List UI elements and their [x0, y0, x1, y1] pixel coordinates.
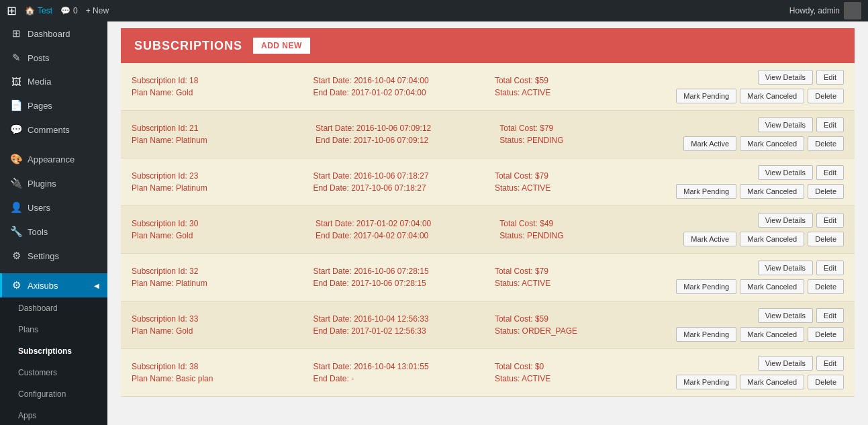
submenu-item-customers[interactable]: Customers — [0, 362, 107, 383]
home-icon: 🏠 — [25, 6, 35, 15]
mark-status-button[interactable]: Mark Active — [683, 136, 736, 151]
comment-icon: 💬 — [60, 6, 70, 15]
sub-id: Subscription Id: 18 — [132, 76, 306, 85]
comments-link[interactable]: 💬 0 — [60, 6, 78, 15]
edit-button[interactable]: Edit — [816, 356, 844, 371]
delete-button[interactable]: Delete — [808, 327, 844, 342]
mark-canceled-button[interactable]: Mark Canceled — [740, 327, 804, 342]
delete-button[interactable]: Delete — [808, 89, 844, 103]
edit-button[interactable]: Edit — [816, 213, 844, 228]
submenu-label: Dashboard — [18, 303, 58, 313]
mark-canceled-button[interactable]: Mark Canceled — [740, 136, 804, 151]
sub-status: Status: ACTIVE — [495, 183, 669, 193]
submenu-label: Plans — [18, 325, 38, 334]
view-details-button[interactable]: View Details — [758, 261, 813, 275]
sub-end-date: End Date: 2017-01-02 12:56:33 — [313, 326, 487, 336]
delete-button[interactable]: Delete — [808, 184, 844, 199]
sidebar-item-posts[interactable]: ✎ Posts — [0, 46, 107, 70]
view-details-button[interactable]: View Details — [758, 213, 813, 228]
sub-info: Subscription Id: 30 Start Date: 2017-01-… — [132, 219, 677, 240]
submenu-item-apps[interactable]: Apps — [0, 405, 107, 425]
sub-status: Status: ACTIVE — [495, 374, 669, 383]
edit-button[interactable]: Edit — [816, 165, 844, 180]
sidebar-item-dashboard[interactable]: ⊞ Dashboard — [0, 21, 107, 46]
sub-actions: View Details Edit Mark Active Mark Cance… — [683, 117, 844, 151]
view-details-button[interactable]: View Details — [758, 165, 813, 180]
submenu-item-dashboard[interactable]: Dashboard — [0, 297, 107, 319]
mark-status-button[interactable]: Mark Pending — [676, 184, 736, 199]
mark-status-button[interactable]: Mark Pending — [676, 375, 736, 389]
sub-plan: Plan Name: Gold — [132, 231, 309, 240]
dashboard-icon: ⊞ — [10, 28, 22, 40]
sub-actions: View Details Edit Mark Active Mark Cance… — [683, 213, 844, 246]
sub-end-date: End Date: 2017-01-02 07:04:00 — [313, 88, 487, 97]
edit-button[interactable]: Edit — [816, 308, 844, 323]
delete-button[interactable]: Delete — [808, 232, 844, 246]
site-link[interactable]: 🏠 Test — [25, 6, 52, 15]
mark-canceled-button[interactable]: Mark Canceled — [740, 279, 804, 294]
sub-total-cost: Total Cost: $79 — [495, 171, 669, 181]
sub-actions-row-1: View Details Edit — [758, 165, 844, 180]
sidebar-item-media[interactable]: 🖼 Media — [0, 70, 107, 93]
sub-status: Status: PENDING — [499, 136, 677, 145]
sub-actions: View Details Edit Mark Pending Mark Canc… — [676, 356, 844, 389]
edit-button[interactable]: Edit — [816, 261, 844, 275]
delete-button[interactable]: Delete — [808, 136, 844, 151]
sub-actions-row-1: View Details Edit — [758, 261, 844, 275]
sub-start-date: Start Date: 2016-10-04 12:56:33 — [313, 314, 487, 324]
view-details-button[interactable]: View Details — [758, 356, 813, 371]
sidebar-label: Pages — [28, 101, 52, 111]
sidebar-label: Tools — [28, 227, 48, 237]
mark-status-button[interactable]: Mark Pending — [676, 89, 736, 103]
view-details-button[interactable]: View Details — [758, 308, 813, 323]
submenu-item-configuration[interactable]: Configuration — [0, 383, 107, 405]
sidebar-label: Axisubs — [28, 281, 58, 291]
sub-end-date: End Date: 2017-04-02 07:04:00 — [316, 231, 493, 240]
sidebar-item-users[interactable]: 👤 Users — [0, 195, 107, 220]
sub-end-date: End Date: - — [313, 374, 487, 383]
sidebar-item-tools[interactable]: 🔧 Tools — [0, 220, 107, 244]
edit-button[interactable]: Edit — [816, 70, 844, 85]
wp-logo[interactable]: ⊞ — [7, 3, 17, 18]
mark-canceled-button[interactable]: Mark Canceled — [740, 375, 804, 389]
new-link[interactable]: + New — [86, 6, 109, 15]
page-header: SUBSCRIPTIONS ADD NEW — [121, 28, 855, 63]
view-details-button[interactable]: View Details — [758, 117, 813, 132]
sub-status: Status: ORDER_PAGE — [495, 326, 669, 336]
sub-actions-row-2: Mark Pending Mark Canceled Delete — [676, 279, 844, 294]
sub-id: Subscription Id: 21 — [132, 124, 309, 133]
tools-icon: 🔧 — [10, 226, 22, 238]
mark-canceled-button[interactable]: Mark Canceled — [740, 89, 804, 103]
mark-status-button[interactable]: Mark Active — [683, 232, 736, 246]
sub-info: Subscription Id: 23 Start Date: 2016-10-… — [132, 171, 669, 193]
sidebar-item-settings[interactable]: ⚙ Settings — [0, 244, 107, 268]
sub-id: Subscription Id: 33 — [132, 314, 306, 324]
sub-actions: View Details Edit Mark Pending Mark Canc… — [676, 165, 844, 199]
sidebar-item-pages[interactable]: 📄 Pages — [0, 93, 107, 117]
submenu-item-plans[interactable]: Plans — [0, 319, 107, 340]
table-row: Subscription Id: 21 Start Date: 2016-10-… — [121, 111, 855, 158]
sidebar-item-plugins[interactable]: 🔌 Plugins — [0, 171, 107, 195]
sub-info: Subscription Id: 32 Start Date: 2016-10-… — [132, 267, 669, 288]
sub-actions-row-1: View Details Edit — [758, 308, 844, 323]
delete-button[interactable]: Delete — [808, 375, 844, 389]
sub-plan: Plan Name: Basic plan — [132, 374, 306, 383]
sub-actions-row-2: Mark Active Mark Canceled Delete — [683, 136, 844, 151]
submenu-item-subscriptions[interactable]: Subscriptions — [0, 340, 107, 362]
table-row: Subscription Id: 18 Start Date: 2016-10-… — [121, 63, 855, 111]
mark-canceled-button[interactable]: Mark Canceled — [740, 232, 804, 246]
sidebar-label: Appearance — [28, 154, 75, 164]
mark-status-button[interactable]: Mark Pending — [676, 279, 736, 294]
avatar[interactable] — [844, 2, 861, 19]
delete-button[interactable]: Delete — [808, 279, 844, 294]
sidebar-item-axisubs[interactable]: ⚙ Axisubs ◀ — [0, 273, 107, 297]
view-details-button[interactable]: View Details — [758, 70, 813, 85]
sidebar-item-comments[interactable]: 💬 Comments — [0, 117, 107, 142]
mark-canceled-button[interactable]: Mark Canceled — [740, 184, 804, 199]
mark-status-button[interactable]: Mark Pending — [676, 327, 736, 342]
sub-info: Subscription Id: 21 Start Date: 2016-10-… — [132, 124, 677, 145]
sidebar-item-appearance[interactable]: 🎨 Appearance — [0, 147, 107, 171]
plugins-icon: 🔌 — [10, 177, 22, 189]
edit-button[interactable]: Edit — [816, 117, 844, 132]
add-new-button[interactable]: ADD NEW — [253, 38, 310, 54]
